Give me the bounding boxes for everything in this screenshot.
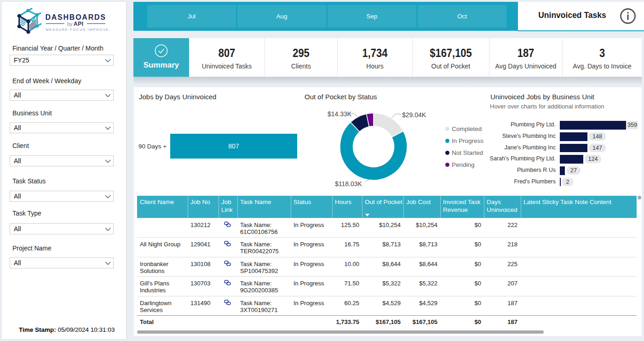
svg-text:DASHBOARDS: DASHBOARDS xyxy=(46,13,106,21)
svg-text:MEASURE.FOCUS.IMPROVE.: MEASURE.FOCUS.IMPROVE. xyxy=(46,28,111,32)
svg-text:by: by xyxy=(67,21,73,27)
svg-text:API: API xyxy=(74,21,84,27)
